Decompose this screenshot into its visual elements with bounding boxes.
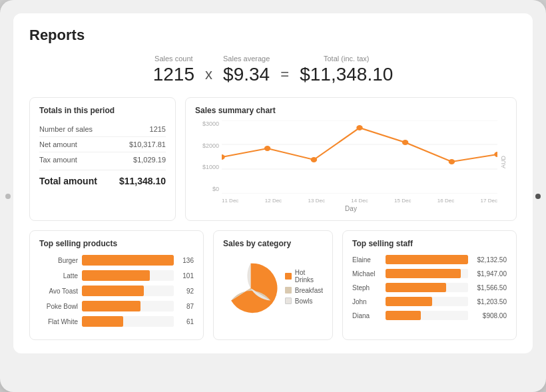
- top-products-box: Top selling products Burger 136 Latte 10…: [29, 230, 204, 340]
- sales-category-box: Sales by category: [213, 230, 333, 340]
- totals-rows: Number of sales1215Net amount$10,317.81T…: [39, 122, 166, 167]
- svg-point-7: [356, 125, 362, 130]
- product-bar-track: [82, 270, 174, 281]
- legend-label-hot-drinks: Hot Drinks: [295, 269, 323, 284]
- staff-bar-row: Michael $1,947.00: [352, 269, 507, 278]
- tablet-frame: Reports Sales count 1215 x Sales average…: [0, 0, 546, 392]
- totals-row-label: Number of sales: [39, 125, 93, 133]
- totals-row-value: $10,317.81: [129, 140, 166, 148]
- staff-bar-track: [386, 283, 468, 292]
- staff-bar-fill: [386, 269, 461, 278]
- product-bar-row: Latte 101: [39, 270, 194, 281]
- pie-chart: [223, 255, 278, 321]
- product-bar-fill: [82, 270, 150, 281]
- product-label: Flat White: [39, 318, 78, 325]
- product-label: Latte: [39, 272, 78, 280]
- totals-total-row: Total amount $11,348.10: [39, 170, 166, 186]
- product-label: Avo Toast: [39, 288, 78, 295]
- top-staff-title: Top selling staff: [352, 239, 507, 248]
- x-tick-13dec: 13 Dec: [308, 198, 325, 204]
- staff-bar-row: Diana $908.00: [352, 311, 507, 320]
- sales-avg-item: Sales average $9.34: [223, 55, 270, 85]
- total-label: Total (inc. tax): [300, 55, 393, 63]
- svg-point-9: [449, 159, 455, 164]
- staff-value: $1,947.00: [472, 270, 507, 278]
- product-bar-fill: [82, 316, 123, 327]
- x-tick-16dec: 16 Dec: [437, 198, 454, 204]
- legend-label-bowls: Bowls: [295, 297, 313, 305]
- x-tick-12dec: 12 Dec: [265, 198, 282, 204]
- totals-row: Net amount$10,317.81: [39, 137, 166, 152]
- product-bar-fill: [82, 301, 140, 311]
- total-amount-label: Total amount: [39, 176, 97, 186]
- totals-box: Totals in this period Number of sales121…: [29, 97, 176, 221]
- product-bar-track: [82, 286, 174, 296]
- staff-bar-track: [386, 297, 468, 306]
- legend-bowls: Bowls: [285, 297, 323, 305]
- staff-bar-fill: [386, 283, 446, 292]
- staff-bar-row: Steph $1,566.50: [352, 283, 507, 292]
- total-amount-value: $11,348.10: [119, 176, 166, 186]
- totals-row-value: $1,029.19: [133, 156, 166, 164]
- product-bar-track: [82, 301, 174, 311]
- product-value: 61: [178, 318, 194, 325]
- staff-value: $908.00: [472, 312, 507, 319]
- staff-bar-row: Elaine $2,132.50: [352, 255, 507, 264]
- totals-title: Totals in this period: [39, 106, 166, 115]
- staff-bar-fill: [386, 255, 468, 264]
- product-label: Burger: [39, 257, 78, 264]
- sales-count-item: Sales count 1215: [153, 55, 194, 85]
- staff-value: $1,566.50: [472, 284, 507, 292]
- x-axis-label: Day: [195, 205, 507, 212]
- middle-row: Totals in this period Number of sales121…: [29, 97, 517, 221]
- x-tick-17dec: 17 Dec: [481, 198, 497, 204]
- svg-point-5: [264, 146, 270, 151]
- total-value: $11,348.10: [300, 64, 393, 85]
- x-tick-14dec: 14 Dec: [351, 198, 368, 204]
- pie-area: Hot Drinks Breakfast Bowls: [223, 255, 323, 321]
- legend-breakfast: Breakfast: [285, 287, 323, 294]
- x-tick-15dec: 15 Dec: [394, 198, 411, 204]
- product-bar-row: Flat White 61: [39, 316, 194, 327]
- product-bar-track: [82, 316, 174, 327]
- product-value: 92: [178, 288, 194, 295]
- tablet-left-button: [5, 194, 11, 199]
- y-tick-3000: $3000: [202, 120, 219, 127]
- product-bar-fill: [82, 255, 174, 266]
- staff-label: Steph: [352, 284, 382, 292]
- svg-point-8: [402, 140, 408, 145]
- staff-bar-row: John $1,203.50: [352, 297, 507, 306]
- line-chart-svg: [222, 120, 497, 194]
- product-bar-row: Poke Bowl 87: [39, 301, 194, 311]
- totals-row: Tax amount$1,029.19: [39, 152, 166, 167]
- staff-bar-fill: [386, 297, 432, 306]
- y-tick-1000: $1000: [202, 164, 219, 170]
- sales-avg-label: Sales average: [223, 55, 270, 63]
- total-item: Total (inc. tax) $11,348.10: [300, 55, 393, 85]
- staff-bar-fill: [386, 311, 421, 320]
- legend-dot-hot-drinks: [285, 273, 292, 280]
- sales-avg-value: $9.34: [223, 64, 270, 85]
- sales-count-label: Sales count: [153, 55, 194, 63]
- legend-dot-breakfast: [285, 287, 292, 294]
- summary-row: Sales count 1215 x Sales average $9.34 =…: [29, 55, 517, 85]
- product-bar-fill: [82, 286, 144, 296]
- product-value: 136: [178, 257, 194, 264]
- product-value: 87: [178, 303, 194, 310]
- y-axis-label: AUD: [500, 156, 507, 168]
- line-chart-box: Sales summary chart $3000 $2000 $1000 $0: [185, 97, 517, 221]
- product-bar-row: Burger 136: [39, 255, 194, 266]
- legend-dot-bowls: [285, 297, 292, 304]
- top-products-title: Top selling products: [39, 239, 194, 248]
- product-bar-track: [82, 255, 174, 266]
- sales-category-title: Sales by category: [223, 239, 323, 248]
- page-title: Reports: [29, 27, 517, 44]
- bottom-row: Top selling products Burger 136 Latte 10…: [29, 230, 517, 340]
- legend-hot-drinks: Hot Drinks: [285, 269, 323, 284]
- totals-row-label: Net amount: [39, 140, 77, 148]
- line-chart-title: Sales summary chart: [195, 106, 507, 115]
- equals-op: =: [276, 66, 293, 83]
- product-value: 101: [178, 272, 194, 280]
- multiply-op: x: [201, 66, 216, 83]
- y-tick-2000: $2000: [202, 142, 219, 149]
